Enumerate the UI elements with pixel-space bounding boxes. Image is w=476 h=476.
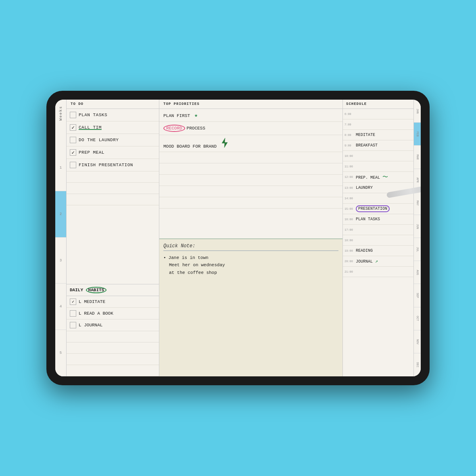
tab-oct[interactable]: OCT bbox=[414, 307, 421, 330]
schedule-item-1200[interactable]: 12:00 PREP. MEAL 〜 bbox=[343, 172, 413, 183]
schedule-item-1600[interactable]: 16:00 PLAN TASKS bbox=[343, 214, 413, 225]
habit-text-3: L JOURNAL bbox=[79, 323, 102, 328]
schedule-item-600[interactable]: 6:00 bbox=[343, 109, 413, 119]
note-line-2: Meet her on wednesday bbox=[163, 261, 338, 269]
quick-note-area: Quick Note: • Jane is in town Meet her o… bbox=[159, 238, 342, 377]
checkbox-2[interactable]: ✓ bbox=[70, 124, 76, 131]
presentation-circled: PRESENTATION bbox=[356, 205, 390, 212]
tab-jun[interactable]: JUN bbox=[414, 215, 421, 238]
habit-empty-3 bbox=[67, 354, 159, 365]
time-2000: 20:00 bbox=[344, 260, 356, 263]
habit-empty-1 bbox=[67, 331, 159, 342]
habits-section: DAILY HABITS ✓ L MEDITATE L READ A BOOK bbox=[67, 284, 159, 376]
schedule-item-2000[interactable]: 20:00 JOURNAL ↗ bbox=[343, 256, 413, 267]
middle-panel: TOP PRIORITIES PLAN FIRST ★ RECORD PROCE… bbox=[159, 100, 343, 376]
schedule-panel: SCHEDULE 6:00 7:00 8:00 MEDITATE bbox=[343, 100, 413, 376]
todo-item-3[interactable]: DO THE LAUNDRY bbox=[67, 134, 159, 146]
habit-2[interactable]: L READ A BOOK bbox=[67, 308, 159, 319]
todo-item-2[interactable]: ✓ CALL TIM bbox=[67, 121, 159, 134]
time-900: 9:00 bbox=[344, 144, 356, 147]
schedule-item-1000[interactable]: 10:00 bbox=[343, 151, 413, 161]
tab-sep[interactable]: SEP bbox=[414, 284, 421, 307]
tab-aug[interactable]: AUG bbox=[414, 261, 421, 284]
schedule-item-1500[interactable]: 15:00 PRESENTATION bbox=[343, 204, 413, 214]
habits-circled: HABITS bbox=[86, 287, 107, 293]
todo-text-2: CALL TIM bbox=[79, 125, 102, 130]
tab-nov[interactable]: NOV bbox=[414, 330, 421, 353]
time-1800: 18:00 bbox=[344, 239, 356, 242]
priority-2[interactable]: RECORD PROCESS bbox=[159, 122, 342, 135]
week-numbers: 1 2 3 4 5 bbox=[55, 145, 66, 376]
priority-empty-5 bbox=[159, 197, 342, 209]
journal-arrow: ↗ bbox=[375, 259, 378, 264]
schedule-item-900[interactable]: 9:00 BREAKFAST bbox=[343, 140, 413, 151]
habit-check-1[interactable]: ✓ bbox=[70, 299, 76, 305]
todo-item-1[interactable]: PLAN TASKS bbox=[67, 109, 159, 121]
todo-item-4[interactable]: ✓ PREP MEAL bbox=[67, 146, 159, 159]
time-2100: 21:00 bbox=[344, 270, 356, 273]
todo-text-1: PLAN TASKS bbox=[79, 113, 107, 117]
time-1000: 10:00 bbox=[344, 154, 356, 158]
priority-text-2: PROCESS bbox=[187, 126, 205, 131]
tab-dec[interactable]: DEC bbox=[414, 353, 421, 376]
star-icon: ★ bbox=[194, 112, 198, 119]
note-bullet-symbol: • bbox=[163, 254, 166, 262]
checkbox-3[interactable] bbox=[70, 137, 76, 143]
time-800: 8:00 bbox=[344, 134, 356, 137]
schedule-item-1700[interactable]: 17:00 bbox=[343, 225, 413, 235]
priority-empty-4 bbox=[159, 186, 342, 197]
priority-3[interactable]: MOOD BOARD FOR BRAND bbox=[159, 135, 342, 152]
todo-item-5[interactable]: FINISH PRESENTATION bbox=[67, 159, 159, 171]
weeks-label: Weeks bbox=[59, 106, 63, 121]
tab-feb[interactable]: FEB bbox=[414, 123, 421, 146]
tab-jul[interactable]: JUL bbox=[414, 238, 421, 261]
priority-text-1: PLAN FIRST ★ bbox=[163, 112, 198, 119]
time-1700: 17:00 bbox=[344, 228, 356, 232]
schedule-text-2000: JOURNAL ↗ bbox=[356, 258, 412, 264]
schedule-item-2100[interactable]: 21:00 bbox=[343, 267, 413, 277]
empty-row-1 bbox=[67, 171, 159, 183]
tab-mar[interactable]: MAR bbox=[414, 146, 421, 169]
habit-3[interactable]: L JOURNAL bbox=[67, 319, 159, 331]
left-panel: TO DO PLAN TASKS ✓ CALL TIM DO THE LAU bbox=[67, 100, 159, 376]
schedule-text-1900: READING bbox=[356, 248, 412, 253]
habit-check-2[interactable] bbox=[70, 310, 76, 317]
schedule-item-1100[interactable]: 11:00 bbox=[343, 161, 413, 172]
quick-note-content: • Jane is in town Meet her on wednesday … bbox=[163, 254, 338, 277]
checkbox-4[interactable]: ✓ bbox=[70, 149, 76, 156]
priority-text-3: MOOD BOARD FOR BRAND bbox=[163, 138, 228, 149]
empty-row-2 bbox=[67, 183, 159, 194]
tablet-screen: Weeks 1 2 3 4 5 TO DO PLAN TASKS bbox=[55, 100, 421, 376]
schedule-item-800[interactable]: 8:00 MEDITATE bbox=[343, 130, 413, 140]
week-2[interactable]: 2 bbox=[55, 191, 66, 238]
schedule-list: 6:00 7:00 8:00 MEDITATE 9:00 bbox=[343, 109, 413, 376]
schedule-text-1200: PREP. MEAL 〜 bbox=[356, 173, 412, 181]
main-content: TO DO PLAN TASKS ✓ CALL TIM DO THE LAU bbox=[67, 100, 421, 376]
schedule-text-1600: PLAN TASKS bbox=[356, 217, 412, 221]
weeks-sidebar: Weeks 1 2 3 4 5 bbox=[55, 100, 67, 376]
week-5[interactable]: 5 bbox=[55, 330, 66, 376]
time-1300: 13:00 bbox=[344, 186, 356, 190]
priorities-header: TOP PRIORITIES bbox=[159, 100, 342, 109]
time-1900: 19:00 bbox=[344, 249, 356, 253]
note-line-3: at the coffee shop bbox=[163, 269, 338, 277]
schedule-item-700[interactable]: 7:00 bbox=[343, 119, 413, 130]
time-1100: 11:00 bbox=[344, 165, 356, 168]
checkbox-1[interactable] bbox=[70, 112, 76, 118]
week-3[interactable]: 3 bbox=[55, 238, 66, 284]
habits-header: DAILY HABITS bbox=[67, 284, 159, 296]
time-1500: 15:00 bbox=[344, 207, 356, 211]
schedule-item-1900[interactable]: 19:00 READING bbox=[343, 246, 413, 256]
priority-empty-1 bbox=[159, 152, 342, 163]
tab-jan[interactable]: JAN bbox=[414, 100, 421, 123]
habit-text-2: L READ A BOOK bbox=[79, 311, 113, 316]
habit-check-3[interactable] bbox=[70, 322, 76, 328]
priority-1[interactable]: PLAN FIRST ★ bbox=[159, 109, 342, 122]
habit-1[interactable]: ✓ L MEDITATE bbox=[67, 296, 159, 308]
tab-may[interactable]: MAY bbox=[414, 192, 421, 215]
checkbox-5[interactable] bbox=[70, 162, 76, 168]
schedule-item-1800[interactable]: 18:00 bbox=[343, 235, 413, 246]
time-700: 7:00 bbox=[344, 123, 356, 126]
week-1[interactable]: 1 bbox=[55, 145, 66, 191]
week-4[interactable]: 4 bbox=[55, 284, 66, 330]
